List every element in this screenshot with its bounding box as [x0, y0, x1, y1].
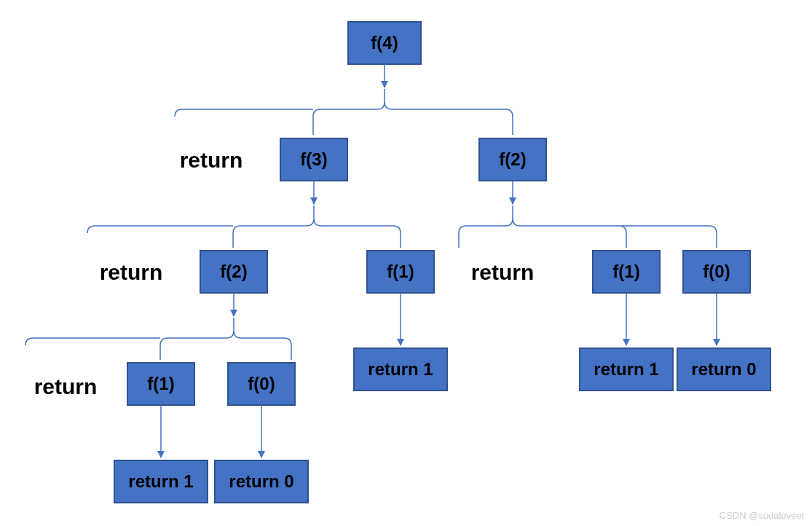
leaf-return0-bottom-label: return 0	[229, 471, 293, 491]
node-f0-right-label: f(0)	[703, 262, 730, 281]
node-f4-label: f(4)	[371, 33, 398, 52]
recursion-tree-diagram: f(4) return f(3) f(2) return f(2) f(1) r…	[0, 0, 812, 526]
node-f0-bottom-label: f(0)	[248, 374, 275, 393]
leaf-return1-mid-label: return 1	[368, 359, 433, 379]
leaf-return1-bottom: return 1	[114, 460, 208, 503]
node-f3-label: f(3)	[300, 149, 327, 169]
split-f3	[87, 205, 401, 248]
node-f3: f(3)	[280, 138, 347, 181]
watermark-text: CSDN @sodaloveer	[720, 510, 805, 521]
leaf-return1-right-label: return 1	[594, 359, 658, 379]
node-f2-left: f(2)	[200, 251, 267, 293]
node-f4: f(4)	[348, 22, 421, 64]
return-label-2r: return	[471, 260, 535, 284]
split-f4	[175, 89, 513, 135]
split-f2l	[25, 318, 291, 360]
node-f2-left-label: f(2)	[220, 262, 247, 281]
split-f2r	[459, 205, 717, 248]
node-f0-bottom: f(0)	[228, 363, 295, 405]
leaf-return1-mid: return 1	[354, 348, 447, 390]
return-label-2l: return	[100, 260, 163, 284]
node-f1-bottom-label: f(1)	[147, 374, 174, 393]
return-label-1: return	[180, 148, 243, 172]
node-f0-right: f(0)	[683, 251, 750, 293]
node-f1-right: f(1)	[593, 251, 660, 293]
leaf-return0-right: return 0	[677, 348, 770, 390]
leaf-return1-bottom-label: return 1	[128, 471, 193, 491]
node-f2-right: f(2)	[479, 138, 546, 181]
node-f1-mid-label: f(1)	[387, 262, 414, 281]
node-f2-right-label: f(2)	[499, 149, 526, 169]
return-label-3: return	[34, 374, 98, 399]
node-f1-bottom: f(1)	[127, 363, 194, 405]
node-f1-right-label: f(1)	[612, 262, 639, 281]
leaf-return0-right-label: return 0	[691, 359, 756, 379]
leaf-return1-right: return 1	[580, 348, 673, 390]
leaf-return0-bottom: return 0	[215, 460, 308, 503]
node-f1-mid: f(1)	[367, 251, 434, 293]
